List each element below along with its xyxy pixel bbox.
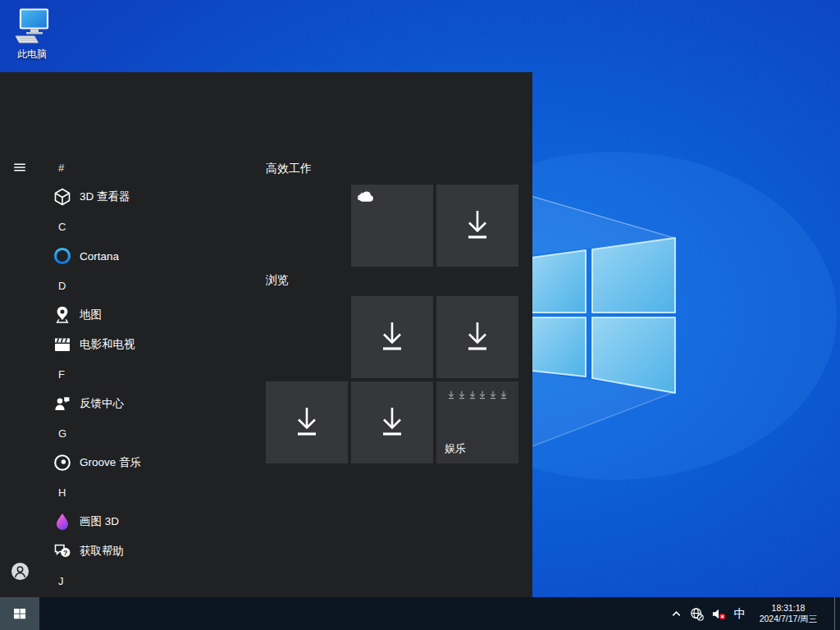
section-letter: D: [58, 280, 66, 292]
viewer3d-icon: [52, 187, 72, 207]
volume-muted-icon[interactable]: [711, 607, 727, 621]
section-letter: #: [58, 162, 64, 174]
settings-button[interactable]: [0, 591, 39, 597]
show-desktop-button[interactable]: [834, 597, 840, 630]
app-label: Cortana: [80, 250, 119, 262]
app-list-section-header[interactable]: D: [39, 271, 266, 300]
download-arrow-icon: [459, 317, 495, 357]
tile-pending-download[interactable]: [351, 381, 433, 463]
download-arrow-mini-icon: [477, 390, 487, 400]
folder-tile-label: 娱乐: [445, 441, 466, 456]
app-list-section-header[interactable]: F: [39, 359, 266, 389]
cortana-icon: [52, 246, 72, 266]
start-button[interactable]: [0, 597, 39, 630]
tile-area: 高效工作浏览娱乐: [266, 72, 530, 597]
feedback-icon: [52, 394, 72, 413]
download-arrow-icon: [374, 403, 410, 442]
app-label: 地图: [80, 308, 102, 322]
app-list-section-header[interactable]: C: [39, 212, 266, 241]
tile-onedrive[interactable]: [351, 185, 433, 267]
app-list-section-header[interactable]: H: [39, 477, 266, 507]
groove-icon: [52, 453, 72, 472]
download-arrow-icon: [374, 317, 410, 357]
section-letter: H: [58, 486, 66, 499]
tile-row: [266, 296, 530, 378]
download-arrow-mini-icon: [468, 390, 477, 400]
tile-group: 高效工作: [266, 162, 530, 267]
download-arrow-icon: [289, 403, 325, 442]
ime-indicator[interactable]: 中: [734, 606, 746, 622]
app-list-section-header[interactable]: #: [39, 153, 266, 182]
hamburger-icon: [12, 160, 27, 175]
this-pc-icon: [11, 8, 52, 46]
app-item[interactable]: 画图 3D: [39, 507, 266, 536]
app-item[interactable]: 电影和电视: [39, 330, 266, 359]
section-letter: C: [58, 221, 66, 233]
app-label: 3D 查看器: [80, 189, 130, 204]
hidden-icons-chevron-icon[interactable]: [670, 608, 682, 620]
tile-spacer: [266, 296, 348, 378]
taskbar-clock[interactable]: 18:31:18 2024/7/17/周三: [753, 603, 824, 624]
desktop-icon-this-pc[interactable]: 此电脑: [7, 8, 57, 62]
download-arrow-mini-icon: [457, 390, 467, 400]
tile-spacer: [266, 185, 348, 267]
download-arrow-mini-icon: [446, 390, 456, 400]
tile-pending-download[interactable]: [436, 296, 518, 378]
desktop-icon-label: 此电脑: [7, 48, 57, 62]
section-letter: G: [58, 427, 66, 440]
app-list: #3D 查看器CCortanaD地图电影和电视F反馈中心GGroove 音乐H画…: [39, 153, 266, 597]
tile-pending-download[interactable]: [436, 185, 518, 267]
taskbar: 中 18:31:18 2024/7/17/周三: [0, 597, 840, 630]
tile-row: 娱乐: [266, 381, 530, 463]
onedrive-cloud-icon: [358, 190, 375, 203]
download-arrow-mini-icon: [488, 390, 498, 400]
download-arrow-icon: [459, 206, 495, 245]
folder-tile-preview: [446, 390, 509, 400]
tile-group-label[interactable]: 浏览: [266, 273, 530, 289]
app-item[interactable]: 反馈中心: [39, 389, 266, 418]
start-menu: #3D 查看器CCortanaD地图电影和电视F反馈中心GGroove 音乐H画…: [0, 72, 532, 597]
tile-folder[interactable]: 娱乐: [436, 381, 518, 463]
movies-icon: [52, 335, 72, 354]
section-letter: F: [58, 368, 65, 381]
app-item[interactable]: Cortana: [39, 241, 266, 271]
tile-group: 浏览娱乐: [266, 273, 530, 463]
app-list-section-header[interactable]: G: [39, 418, 266, 448]
network-offline-icon[interactable]: [690, 607, 704, 621]
expand-menu-button[interactable]: [0, 148, 39, 187]
app-label: 获取帮助: [80, 544, 124, 559]
download-arrow-mini-icon: [499, 390, 509, 400]
gethelp-icon: ?: [52, 541, 72, 561]
clock-date: 2024/7/17/周三: [753, 614, 824, 624]
paint3d-icon: [52, 512, 72, 532]
app-label: 画图 3D: [80, 514, 119, 529]
user-account-button[interactable]: [0, 551, 39, 591]
section-letter: J: [58, 575, 64, 587]
windows-logo-icon: [13, 607, 26, 620]
app-label: 电影和电视: [80, 337, 135, 352]
svg-text:?: ?: [63, 549, 68, 557]
tile-row: [266, 185, 530, 267]
app-list-section-header[interactable]: J: [39, 566, 266, 596]
screen: 此电脑: [0, 0, 840, 630]
system-tray: 中 18:31:18 2024/7/17/周三: [670, 597, 840, 630]
clock-time: 18:31:18: [753, 603, 824, 614]
tile-pending-download[interactable]: [266, 381, 348, 463]
app-item[interactable]: 地图: [39, 300, 266, 330]
app-label: Groove 音乐: [80, 455, 141, 470]
app-item[interactable]: 3D 查看器: [39, 182, 266, 212]
user-avatar-icon: [11, 562, 30, 581]
start-menu-rail: [0, 72, 39, 597]
maps-icon: [52, 305, 72, 325]
app-item[interactable]: ?获取帮助: [39, 536, 266, 566]
tile-pending-download[interactable]: [351, 296, 433, 378]
app-label: 反馈中心: [80, 396, 124, 411]
tile-group-label[interactable]: 高效工作: [266, 162, 530, 177]
app-item[interactable]: Groove 音乐: [39, 448, 266, 477]
